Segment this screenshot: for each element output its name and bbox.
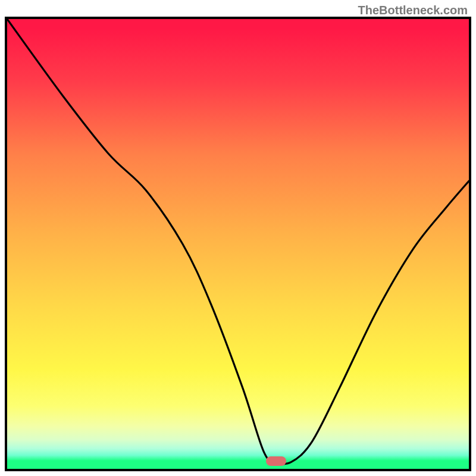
optimal-marker <box>266 456 286 466</box>
watermark-text: TheBottleneck.com <box>358 4 468 17</box>
chart-frame <box>5 17 471 471</box>
bottleneck-curve <box>7 19 469 469</box>
